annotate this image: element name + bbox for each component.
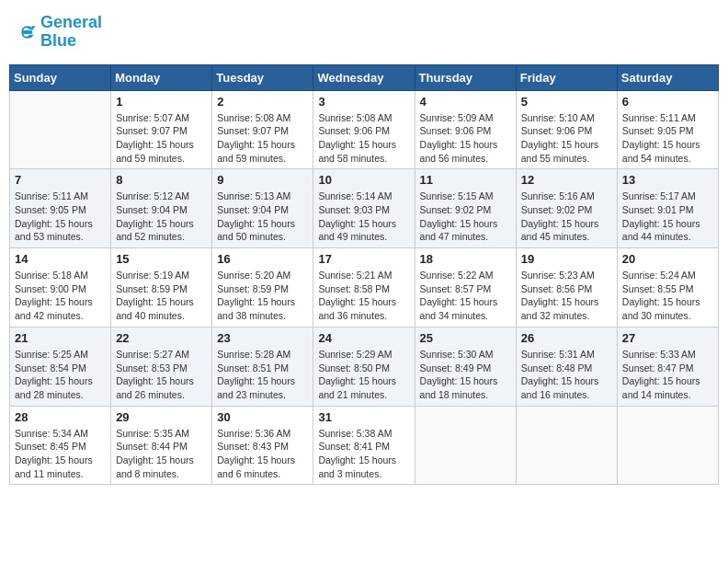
day-number: 21 <box>15 331 106 345</box>
weekday-header-tuesday: Tuesday <box>212 64 313 90</box>
day-info: Sunrise: 5:11 AMSunset: 9:05 PMDaylight:… <box>622 111 713 166</box>
day-number: 7 <box>15 173 106 187</box>
calendar-cell <box>516 406 617 485</box>
logo-general: General <box>40 14 102 32</box>
weekday-header-friday: Friday <box>516 64 617 90</box>
calendar-cell: 29Sunrise: 5:35 AMSunset: 8:44 PMDayligh… <box>111 406 212 485</box>
calendar-cell: 30Sunrise: 5:36 AMSunset: 8:43 PMDayligh… <box>212 406 313 485</box>
day-info: Sunrise: 5:21 AMSunset: 8:58 PMDaylight:… <box>318 269 409 323</box>
calendar-cell: 1Sunrise: 5:07 AMSunset: 9:07 PMDaylight… <box>111 90 212 169</box>
weekday-header-row: SundayMondayTuesdayWednesdayThursdayFrid… <box>10 64 719 90</box>
calendar-cell: 25Sunrise: 5:30 AMSunset: 8:49 PMDayligh… <box>415 327 516 406</box>
day-info: Sunrise: 5:09 AMSunset: 9:06 PMDaylight:… <box>420 111 511 166</box>
calendar-cell: 5Sunrise: 5:10 AMSunset: 9:06 PMDaylight… <box>516 90 617 169</box>
day-number: 19 <box>521 252 612 266</box>
calendar-cell <box>415 406 516 485</box>
day-number: 30 <box>217 410 308 424</box>
day-number: 10 <box>318 173 409 187</box>
calendar-cell: 4Sunrise: 5:09 AMSunset: 9:06 PMDaylight… <box>415 90 516 169</box>
day-number: 23 <box>217 331 308 345</box>
day-info: Sunrise: 5:35 AMSunset: 8:44 PMDaylight:… <box>116 427 207 481</box>
calendar-cell: 31Sunrise: 5:38 AMSunset: 8:41 PMDayligh… <box>313 406 415 485</box>
day-info: Sunrise: 5:18 AMSunset: 9:00 PMDaylight:… <box>15 269 106 323</box>
page-header: General Blue <box>9 9 719 55</box>
day-number: 20 <box>622 252 713 266</box>
day-info: Sunrise: 5:29 AMSunset: 8:50 PMDaylight:… <box>318 348 409 402</box>
day-info: Sunrise: 5:34 AMSunset: 8:45 PMDaylight:… <box>15 427 106 481</box>
day-number: 8 <box>116 173 207 187</box>
day-info: Sunrise: 5:36 AMSunset: 8:43 PMDaylight:… <box>217 427 308 481</box>
calendar-cell: 17Sunrise: 5:21 AMSunset: 8:58 PMDayligh… <box>313 248 415 327</box>
calendar-cell: 18Sunrise: 5:22 AMSunset: 8:57 PMDayligh… <box>415 248 516 327</box>
calendar-cell: 23Sunrise: 5:28 AMSunset: 8:51 PMDayligh… <box>212 327 313 406</box>
calendar-cell: 14Sunrise: 5:18 AMSunset: 9:00 PMDayligh… <box>10 248 111 327</box>
day-number: 3 <box>318 95 409 109</box>
calendar-cell: 9Sunrise: 5:13 AMSunset: 9:04 PMDaylight… <box>212 169 313 248</box>
day-number: 17 <box>318 252 409 266</box>
calendar-cell: 22Sunrise: 5:27 AMSunset: 8:53 PMDayligh… <box>111 327 212 406</box>
day-number: 14 <box>15 252 106 266</box>
day-info: Sunrise: 5:07 AMSunset: 9:07 PMDaylight:… <box>116 111 207 166</box>
day-info: Sunrise: 5:38 AMSunset: 8:41 PMDaylight:… <box>318 427 409 481</box>
day-info: Sunrise: 5:14 AMSunset: 9:03 PMDaylight:… <box>318 190 409 244</box>
day-number: 27 <box>622 331 713 345</box>
calendar-cell: 3Sunrise: 5:08 AMSunset: 9:06 PMDaylight… <box>313 90 415 169</box>
logo-text-block: General Blue <box>40 14 102 51</box>
logo-blue: Blue <box>40 32 102 51</box>
week-row-5: 28Sunrise: 5:34 AMSunset: 8:45 PMDayligh… <box>10 406 719 485</box>
day-info: Sunrise: 5:24 AMSunset: 8:55 PMDaylight:… <box>622 269 713 323</box>
calendar-cell: 10Sunrise: 5:14 AMSunset: 9:03 PMDayligh… <box>313 169 415 248</box>
calendar-cell: 8Sunrise: 5:12 AMSunset: 9:04 PMDaylight… <box>111 169 212 248</box>
day-number: 24 <box>318 331 409 345</box>
week-row-4: 21Sunrise: 5:25 AMSunset: 8:54 PMDayligh… <box>10 327 719 406</box>
week-row-3: 14Sunrise: 5:18 AMSunset: 9:00 PMDayligh… <box>10 248 719 327</box>
day-info: Sunrise: 5:15 AMSunset: 9:02 PMDaylight:… <box>420 190 511 244</box>
day-info: Sunrise: 5:12 AMSunset: 9:04 PMDaylight:… <box>116 190 207 244</box>
day-number: 13 <box>622 173 713 187</box>
logo: General Blue <box>18 14 102 51</box>
calendar-cell: 7Sunrise: 5:11 AMSunset: 9:05 PMDaylight… <box>10 169 111 248</box>
calendar-cell: 20Sunrise: 5:24 AMSunset: 8:55 PMDayligh… <box>617 248 718 327</box>
day-info: Sunrise: 5:17 AMSunset: 9:01 PMDaylight:… <box>622 190 713 244</box>
day-number: 29 <box>116 410 207 424</box>
weekday-header-wednesday: Wednesday <box>313 64 415 90</box>
day-info: Sunrise: 5:13 AMSunset: 9:04 PMDaylight:… <box>217 190 308 244</box>
calendar-cell: 19Sunrise: 5:23 AMSunset: 8:56 PMDayligh… <box>516 248 617 327</box>
calendar-table: SundayMondayTuesdayWednesdayThursdayFrid… <box>9 64 719 486</box>
calendar-cell: 12Sunrise: 5:16 AMSunset: 9:02 PMDayligh… <box>516 169 617 248</box>
calendar-cell: 6Sunrise: 5:11 AMSunset: 9:05 PMDaylight… <box>617 90 718 169</box>
weekday-header-thursday: Thursday <box>415 64 516 90</box>
calendar-cell: 15Sunrise: 5:19 AMSunset: 8:59 PMDayligh… <box>111 248 212 327</box>
day-info: Sunrise: 5:08 AMSunset: 9:06 PMDaylight:… <box>318 111 409 166</box>
day-number: 11 <box>420 173 511 187</box>
week-row-2: 7Sunrise: 5:11 AMSunset: 9:05 PMDaylight… <box>10 169 719 248</box>
weekday-header-sunday: Sunday <box>10 64 111 90</box>
day-info: Sunrise: 5:08 AMSunset: 9:07 PMDaylight:… <box>217 111 308 166</box>
calendar-cell <box>10 90 111 169</box>
day-number: 12 <box>521 173 612 187</box>
calendar-cell: 28Sunrise: 5:34 AMSunset: 8:45 PMDayligh… <box>10 406 111 485</box>
calendar-cell: 24Sunrise: 5:29 AMSunset: 8:50 PMDayligh… <box>313 327 415 406</box>
day-number: 15 <box>116 252 207 266</box>
day-info: Sunrise: 5:10 AMSunset: 9:06 PMDaylight:… <box>521 111 612 166</box>
day-number: 28 <box>15 410 106 424</box>
day-info: Sunrise: 5:22 AMSunset: 8:57 PMDaylight:… <box>420 269 511 323</box>
day-info: Sunrise: 5:19 AMSunset: 8:59 PMDaylight:… <box>116 269 207 323</box>
day-info: Sunrise: 5:25 AMSunset: 8:54 PMDaylight:… <box>15 348 106 402</box>
week-row-1: 1Sunrise: 5:07 AMSunset: 9:07 PMDaylight… <box>10 90 719 169</box>
day-number: 1 <box>116 95 207 109</box>
day-number: 31 <box>318 410 409 424</box>
day-number: 26 <box>521 331 612 345</box>
logo-icon <box>18 23 37 41</box>
day-number: 6 <box>622 95 713 109</box>
calendar-cell: 13Sunrise: 5:17 AMSunset: 9:01 PMDayligh… <box>617 169 718 248</box>
day-info: Sunrise: 5:20 AMSunset: 8:59 PMDaylight:… <box>217 269 308 323</box>
day-info: Sunrise: 5:27 AMSunset: 8:53 PMDaylight:… <box>116 348 207 402</box>
calendar-cell: 26Sunrise: 5:31 AMSunset: 8:48 PMDayligh… <box>516 327 617 406</box>
day-number: 2 <box>217 95 308 109</box>
day-number: 9 <box>217 173 308 187</box>
calendar-cell: 2Sunrise: 5:08 AMSunset: 9:07 PMDaylight… <box>212 90 313 169</box>
weekday-header-monday: Monday <box>111 64 212 90</box>
day-number: 25 <box>420 331 511 345</box>
calendar-cell: 21Sunrise: 5:25 AMSunset: 8:54 PMDayligh… <box>10 327 111 406</box>
